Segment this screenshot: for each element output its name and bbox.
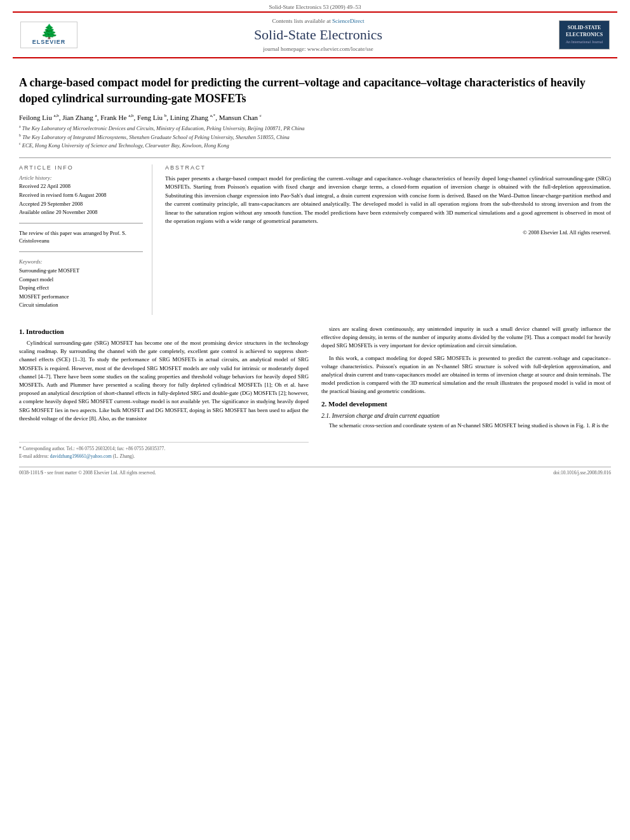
email-link[interactable]: davidzhang196661@yahoo.com bbox=[50, 453, 112, 459]
journal-logo-right: SOLID-STATEELECTRONICS An International … bbox=[559, 20, 610, 49]
keyword-3: Doping effect bbox=[19, 284, 143, 293]
abstract-col: ABSTRACT This paper presents a charge-ba… bbox=[165, 164, 611, 315]
authors-line: Feilong Liu a,b, Jian Zhang a, Frank He … bbox=[19, 113, 611, 121]
journal-homepage: journal homepage: www.elsevier.com/locat… bbox=[90, 46, 546, 52]
main-content: A charge-based compact model for predict… bbox=[0, 58, 630, 488]
affiliation-a: a The Key Laboratory of Microelectronic … bbox=[19, 124, 611, 133]
body-left-col: 1. Introduction Cylindrical surrounding-… bbox=[19, 325, 309, 460]
article-title: A charge-based compact model for predict… bbox=[19, 75, 611, 107]
elsevier-logo: 🌲 ELSEVIER bbox=[20, 22, 77, 48]
divider bbox=[19, 157, 611, 158]
accepted-date: Accepted 29 September 2008 bbox=[19, 201, 143, 208]
info-abstract-section: ARTICLE INFO Article history: Received 2… bbox=[19, 164, 611, 315]
body-two-col: 1. Introduction Cylindrical surrounding-… bbox=[19, 325, 611, 460]
body-content: 1. Introduction Cylindrical surrounding-… bbox=[19, 325, 611, 476]
available-date: Available online 20 November 2008 bbox=[19, 209, 143, 217]
model-para1: The schematic cross-section and coordina… bbox=[321, 422, 611, 430]
keyword-4: MOSFET performance bbox=[19, 293, 143, 302]
affiliation-c: c ECE, Hong Kong University of Science a… bbox=[19, 141, 611, 150]
affiliation-b: b The Key Laboratory of Integrated Micro… bbox=[19, 133, 611, 142]
subsection-title: 2.1. Inversion charge and drain current … bbox=[321, 413, 611, 419]
bottom-left: 0038-1101/$ - see front matter © 2008 El… bbox=[19, 470, 156, 476]
copyright-line: © 2008 Elsevier Ltd. All rights reserved… bbox=[165, 229, 611, 237]
keywords-label: Keywords: bbox=[19, 258, 143, 265]
journal-logo-title: SOLID-STATEELECTRONICS bbox=[562, 25, 607, 38]
elsevier-wordmark: ELSEVIER bbox=[32, 39, 66, 45]
article-info-col: ARTICLE INFO Article history: Received 2… bbox=[19, 164, 152, 315]
keywords-group: Keywords: Surrounding-gate MOSFET Compac… bbox=[19, 258, 143, 310]
bottom-bar: 0038-1101/$ - see front matter © 2008 El… bbox=[19, 467, 611, 476]
journal-center: Contents lists available at ScienceDirec… bbox=[77, 18, 559, 52]
abstract-header: ABSTRACT bbox=[165, 164, 611, 171]
journal-title-header: Solid-State Electronics bbox=[90, 27, 546, 43]
bottom-doi: doi:10.1016/j.sse.2008.09.016 bbox=[553, 470, 611, 476]
keyword-5: Circuit simulation bbox=[19, 301, 143, 310]
journal-header: 🌲 ELSEVIER Contents lists available at S… bbox=[13, 11, 617, 58]
intro-section-title: 1. Introduction bbox=[19, 328, 309, 335]
info-divider2 bbox=[19, 251, 143, 252]
model-dev-title: 2. Model development bbox=[321, 400, 611, 408]
history-group: Article history: Received 22 April 2008 … bbox=[19, 175, 143, 217]
sciencedirect-link: Contents lists available at ScienceDirec… bbox=[90, 18, 546, 24]
affiliations: a The Key Laboratory of Microelectronic … bbox=[19, 124, 611, 150]
body-right-col: sizes are scaling down continuously, any… bbox=[321, 325, 611, 460]
intro-para3: In this work, a compact modeling for dop… bbox=[321, 354, 611, 396]
review-note: The review of this paper was arranged by… bbox=[19, 230, 143, 245]
info-divider bbox=[19, 223, 143, 223]
article-info-header: ARTICLE INFO bbox=[19, 164, 143, 171]
citation-text: Solid-State Electronics 53 (2009) 49–53 bbox=[269, 4, 361, 10]
footnote-area: * Corresponding author. Tel.: +86 0755 2… bbox=[19, 442, 309, 460]
intro-para2: sizes are scaling down continuously, any… bbox=[321, 325, 611, 350]
journal-logo-sub: An International Journal bbox=[562, 39, 607, 44]
received-date: Received 22 April 2008 bbox=[19, 183, 143, 190]
history-label: Article history: bbox=[19, 175, 143, 181]
elsevier-tree-icon: 🌲 bbox=[41, 25, 58, 39]
keyword-2: Compact model bbox=[19, 276, 143, 284]
footnote-email: E-mail address: davidzhang196661@yahoo.c… bbox=[19, 453, 309, 460]
footnote-star: * Corresponding author. Tel.: +86 0755 2… bbox=[19, 445, 309, 452]
keyword-1: Surrounding-gate MOSFET bbox=[19, 267, 143, 276]
citation-bar: Solid-State Electronics 53 (2009) 49–53 bbox=[0, 0, 630, 11]
revised-date: Received in revised form 6 August 2008 bbox=[19, 192, 143, 199]
intro-para1: Cylindrical surrounding-gate (SRG) MOSFE… bbox=[19, 339, 309, 423]
sciencedirect-anchor[interactable]: ScienceDirect bbox=[332, 18, 364, 24]
abstract-body: This paper presents a charge-based compa… bbox=[165, 175, 611, 237]
